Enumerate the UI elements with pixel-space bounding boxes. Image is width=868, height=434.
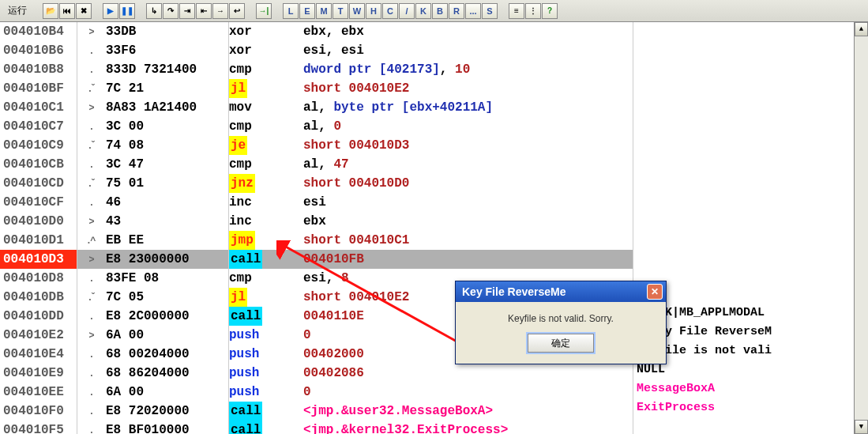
hex-cell: 33F6 xyxy=(106,41,229,60)
tb-trace2-icon[interactable]: ⇤ xyxy=(196,3,212,19)
disasm-row[interactable]: 004010B8.833D 7321400cmpdword ptr [40217… xyxy=(0,60,633,79)
tb-run-icon[interactable]: ▶ xyxy=(103,3,118,19)
operands-cell: 0 xyxy=(303,383,633,402)
hex-cell: 6A 00 xyxy=(106,383,229,402)
tb-goto-icon[interactable]: →| xyxy=(256,3,272,19)
disasm-row[interactable]: 004010B6.33F6xoresi, esi xyxy=(0,41,633,60)
close-icon[interactable]: ✕ xyxy=(647,284,663,300)
address-cell: 004010E4 xyxy=(0,345,77,364)
tb-view-l[interactable]: L xyxy=(283,3,299,19)
address-cell: 004010C1 xyxy=(0,98,77,117)
hex-cell: 68 86204000 xyxy=(106,364,229,383)
tb-list-icon[interactable]: ≡ xyxy=(509,3,524,19)
mnemonic-cell: inc xyxy=(229,193,303,212)
tb-view-s[interactable]: S xyxy=(482,3,498,19)
mnemonic-cell: cmp xyxy=(229,117,303,136)
main: 004010B4>33DBxorebx, ebx004010B6.33F6xor… xyxy=(0,22,868,434)
disasm-row[interactable]: 004010B4>33DBxorebx, ebx xyxy=(0,22,633,41)
tb-view-e[interactable]: E xyxy=(299,3,315,19)
address-cell: 004010B4 xyxy=(0,22,77,41)
tb-return-icon[interactable]: ↩ xyxy=(229,3,245,19)
address-cell: 004010E9 xyxy=(0,364,77,383)
tb-rewind-icon[interactable]: ⏮ xyxy=(59,3,75,19)
tb-view-h[interactable]: H xyxy=(366,3,381,19)
hex-cell: 7C 05 xyxy=(106,288,229,307)
tb-runto-icon[interactable]: → xyxy=(212,3,228,19)
tb-stop-icon[interactable]: ✖ xyxy=(76,3,92,19)
toolbar: 运行 📂 ⏮ ✖ ▶ ❚❚ ↳ ↷ ⇥ ⇤ → ↩ →| LEMTWHC/KBR… xyxy=(0,0,868,22)
disasm-row[interactable]: 004010D0>43incebx xyxy=(0,212,633,231)
disasm-row[interactable]: 004010D3>E8 23000000call004010FB xyxy=(0,250,633,269)
disasm-row[interactable]: 004010CD.ˇ75 01jnzshort 004010D0 xyxy=(0,174,633,193)
tb-view-...[interactable]: ... xyxy=(465,3,481,19)
mnemonic-cell: jl xyxy=(229,288,303,307)
operands-cell: al, 47 xyxy=(303,155,633,174)
hex-cell: 7C 21 xyxy=(106,79,229,98)
operands-cell: short 004010D3 xyxy=(303,136,633,155)
hex-cell: E8 BF010000 xyxy=(106,421,229,434)
mark-cell: > xyxy=(77,212,106,231)
tb-view-w[interactable]: W xyxy=(349,3,365,19)
dialog-titlebar[interactable]: Key File ReverseMe ✕ xyxy=(456,281,666,302)
tb-view-/[interactable]: / xyxy=(399,3,415,19)
disasm-row[interactable]: 004010C9.ˇ74 08jeshort 004010D3 xyxy=(0,136,633,155)
mnemonic-cell: cmp xyxy=(229,155,303,174)
tb-opts-icon[interactable]: ⋮ xyxy=(525,3,541,19)
ok-button[interactable]: 确定 xyxy=(528,334,594,353)
mark-cell: > xyxy=(77,326,106,345)
tb-view-m[interactable]: M xyxy=(316,3,332,19)
address-cell: 004010B8 xyxy=(0,60,77,79)
hex-cell: 833D 7321400 xyxy=(106,60,229,79)
vscrollbar[interactable]: ▲ ▼ xyxy=(854,22,868,434)
tb-stepinto-icon[interactable]: ↳ xyxy=(146,3,162,19)
hex-cell: EB EE xyxy=(106,231,229,250)
disasm-row[interactable]: 004010D1.^EB EEjmpshort 004010C1 xyxy=(0,231,633,250)
disasm-row[interactable]: 004010CF.46incesi xyxy=(0,193,633,212)
disasm-row[interactable]: 004010C1>8A83 1A21400moval, byte ptr [eb… xyxy=(0,98,633,117)
address-cell: 004010DB xyxy=(0,288,77,307)
disasm-row[interactable]: 004010F5.E8 BF010000call<jmp.&kernel32.E… xyxy=(0,421,633,434)
hex-cell: 3C 47 xyxy=(106,155,229,174)
operands-cell: <jmp.&user32.MessageBoxA> xyxy=(303,402,633,421)
tb-view-t[interactable]: T xyxy=(333,3,348,19)
operands-cell: 00402086 xyxy=(303,364,633,383)
operands-cell: al, 0 xyxy=(303,117,633,136)
tb-open-icon[interactable]: 📂 xyxy=(43,3,58,19)
tb-stepover-icon[interactable]: ↷ xyxy=(163,3,178,19)
hex-cell: 3C 00 xyxy=(106,117,229,136)
disasm-row[interactable]: 004010BF.ˇ7C 21jlshort 004010E2 xyxy=(0,79,633,98)
scroll-track[interactable] xyxy=(855,36,868,420)
mnemonic-cell: call xyxy=(229,421,303,434)
tb-trace1-icon[interactable]: ⇥ xyxy=(179,3,195,19)
tb-view-b[interactable]: B xyxy=(432,3,448,19)
info-pane: MB_OK|MB_APPLMODAL" Key File ReverseMKey… xyxy=(633,22,854,434)
disasm-row[interactable]: 004010C7.3C 00cmpal, 0 xyxy=(0,117,633,136)
tb-help-icon[interactable]: ? xyxy=(542,3,558,19)
tb-view-k[interactable]: K xyxy=(415,3,431,19)
disasm-pane[interactable]: 004010B4>33DBxorebx, ebx004010B6.33F6xor… xyxy=(0,22,633,434)
mark-cell: . xyxy=(77,364,106,383)
mnemonic-cell: inc xyxy=(229,212,303,231)
mark-cell: . xyxy=(77,402,106,421)
mark-cell: .ˇ xyxy=(77,288,106,307)
scroll-up-icon[interactable]: ▲ xyxy=(855,22,868,36)
hex-cell: 33DB xyxy=(106,22,229,41)
address-cell: 004010D8 xyxy=(0,269,77,288)
disasm-row[interactable]: 004010E9.68 86204000push00402086 xyxy=(0,364,633,383)
disasm-row[interactable]: 004010F0.E8 72020000call<jmp.&user32.Mes… xyxy=(0,402,633,421)
disasm-row[interactable]: 004010EE.6A 00push0 xyxy=(0,383,633,402)
mark-cell: . xyxy=(77,41,106,60)
mnemonic-cell: push xyxy=(229,364,303,383)
operands-cell: ebx xyxy=(303,212,633,231)
hex-cell: 68 00204000 xyxy=(106,345,229,364)
mnemonic-cell: je xyxy=(229,136,303,155)
tb-view-c[interactable]: C xyxy=(382,3,398,19)
scroll-down-icon[interactable]: ▼ xyxy=(855,420,868,434)
disasm-row[interactable]: 004010CB.3C 47cmpal, 47 xyxy=(0,155,633,174)
address-cell: 004010B6 xyxy=(0,41,77,60)
mnemonic-cell: push xyxy=(229,345,303,364)
dialog-message: Keyfile is not valid. Sorry. xyxy=(456,302,666,329)
hex-cell: 6A 00 xyxy=(106,326,229,345)
tb-view-r[interactable]: R xyxy=(449,3,464,19)
tb-pause-icon[interactable]: ❚❚ xyxy=(119,3,135,19)
